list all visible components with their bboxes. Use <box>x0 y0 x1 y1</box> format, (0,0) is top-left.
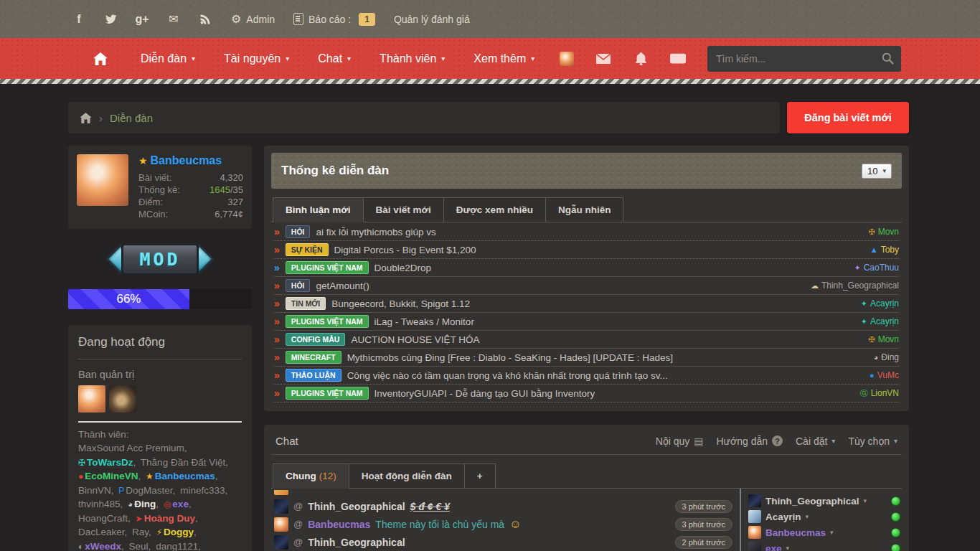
thread-title-link[interactable]: AUCTION HOUSE VIỆT HÓA <box>351 334 479 345</box>
member-name-link[interactable]: Đing <box>134 499 156 509</box>
chat-settings-link[interactable]: Cài đặt ▾ <box>796 435 835 447</box>
member-name-link[interactable]: EcoMineVN <box>85 471 138 481</box>
member-name-link[interactable]: DogMaster <box>126 485 172 496</box>
profile-avatar[interactable] <box>77 154 128 206</box>
list-item[interactable]: Thinh_Geographical ▾ <box>748 493 900 509</box>
message-username[interactable]: Thinh_Geographical <box>308 501 405 512</box>
search-input[interactable] <box>715 52 882 65</box>
thread-prefix-badge[interactable]: HỎI <box>286 279 311 293</box>
reviews-link[interactable]: Quản lý đánh giá <box>394 14 470 25</box>
thread-last-user[interactable]: ▲ Toby <box>870 245 899 255</box>
member-name-link[interactable]: ToWarsDz <box>87 457 133 468</box>
facebook-icon[interactable]: f <box>72 12 86 27</box>
per-page-select[interactable]: 10 ▾ <box>862 164 892 179</box>
tab[interactable]: Được xem nhiều <box>444 197 546 222</box>
reports-link[interactable]: Báo cáo : 1 <box>293 13 375 26</box>
thread-prefix-badge[interactable]: TIN MỚI <box>286 297 326 311</box>
thread-prefix-badge[interactable]: PLUGINS VIỆT NAM <box>286 261 369 275</box>
member-name-link[interactable]: xWeedx <box>85 541 121 551</box>
search-button[interactable] <box>882 52 894 65</box>
twitter-icon[interactable] <box>103 12 118 27</box>
member-name-link[interactable]: dang1121 <box>156 541 198 551</box>
chevron-down-icon[interactable]: ▾ <box>786 545 790 551</box>
rss-icon[interactable] <box>198 12 212 27</box>
email-icon[interactable]: ✉ <box>166 12 181 27</box>
thread-title-link[interactable]: InventoryGUIAPI - Dễ dàng tạo GUI bằng I… <box>374 388 595 399</box>
thread-prefix-badge[interactable]: HỎI <box>286 225 311 239</box>
staff-avatar[interactable] <box>78 385 105 413</box>
nav-menu-item[interactable]: Xem thêm ▾ <box>462 45 546 72</box>
chevron-down-icon[interactable]: ▾ <box>864 497 867 504</box>
thread-prefix-badge[interactable]: PLUGINS VIỆT NAM <box>286 387 369 400</box>
thread-last-user[interactable]: ✠ Movn <box>868 227 899 237</box>
thread-title-link[interactable]: ai fix lỗi mythicmobs giúp vs <box>316 227 435 237</box>
thread-last-user[interactable]: ✦ Acayrịn <box>861 298 899 309</box>
chevron-down-icon[interactable]: ▾ <box>806 513 809 520</box>
member-name-link[interactable]: Thằng Đần Đất Việt <box>141 457 225 468</box>
tab[interactable]: + <box>465 463 496 488</box>
member-name-link[interactable]: BinnVN <box>78 485 111 496</box>
message-username[interactable]: Thinh_Geographical <box>308 537 405 548</box>
thread-last-user[interactable]: Ⓖ LionVN <box>860 388 899 399</box>
breadcrumb-home-icon[interactable] <box>80 113 92 123</box>
member-name-link[interactable]: DacLeaker <box>78 527 125 537</box>
member-name-link[interactable]: Seul <box>129 541 149 551</box>
member-name-link[interactable]: MaxSound Acc Premium <box>78 443 184 453</box>
user-avatar[interactable] <box>560 52 574 66</box>
thread-title-link[interactable]: Mythicmobs cùng Đing [Free : Diablo - Se… <box>347 352 673 363</box>
thread-last-user[interactable]: ◕ Đing <box>874 352 899 362</box>
new-post-button[interactable]: Đăng bài viết mới <box>787 102 909 133</box>
google-plus-icon[interactable]: g+ <box>135 12 149 27</box>
thread-title-link[interactable]: getAmount() <box>316 281 369 291</box>
staff-avatar[interactable] <box>109 385 136 413</box>
thread-prefix-badge[interactable]: SỰ KIỆN <box>286 243 329 257</box>
tab[interactable]: Bình luận mới <box>273 197 364 222</box>
tab[interactable]: Ngẫu nhiên <box>546 197 624 222</box>
thread-prefix-badge[interactable]: PLUGINS VIỆT NAM <box>286 315 369 329</box>
thread-title-link[interactable]: Digital Porcus - Big Event $1,200 <box>334 245 476 255</box>
thread-prefix-badge[interactable]: THẢO LUẬN <box>286 369 341 382</box>
thread-last-user[interactable]: ✠ Movn <box>868 334 899 344</box>
message-username[interactable]: Banbeucmas <box>308 519 370 530</box>
admin-link[interactable]: ⚙ Admin <box>231 12 275 26</box>
nav-menu-item[interactable]: Thành viên ▾ <box>368 45 456 72</box>
money-icon[interactable]: 0 <box>670 51 686 67</box>
nav-menu-item[interactable]: Chat ▾ <box>306 45 362 72</box>
chat-options-link[interactable]: Tùy chọn ▾ <box>848 435 897 447</box>
chevron-down-icon[interactable]: ▾ <box>830 529 834 536</box>
member-name-link[interactable]: exe <box>172 499 189 509</box>
member-name-link[interactable]: thvinh485 <box>78 499 121 509</box>
thread-title-link[interactable]: Double2Drop <box>374 263 432 273</box>
list-item[interactable]: exe ▾ <box>748 540 900 551</box>
member-name-link[interactable]: HoangCraft <box>78 513 128 524</box>
thread-title-link[interactable]: Bungeecord, Bukkit, Spigot 1.12 <box>331 298 470 309</box>
list-item[interactable]: Banbeucmas ▾ <box>748 524 900 540</box>
thread-title-link[interactable]: Công việc nào có tầm quan trọng và khó k… <box>347 370 668 381</box>
member-name-link[interactable]: minefc333 <box>180 485 225 496</box>
thread-last-user[interactable]: ● VuMc <box>870 370 899 380</box>
thread-prefix-badge[interactable]: CONFIG MẪU <box>286 333 346 347</box>
bell-icon[interactable] <box>633 51 649 67</box>
home-nav-button[interactable] <box>85 44 116 73</box>
member-name-link[interactable]: Ray <box>132 527 149 537</box>
member-name-link[interactable]: Doggy <box>164 527 194 537</box>
thread-title-link[interactable]: iLag - Tweaks / Monitor <box>374 316 474 327</box>
chat-rules-link[interactable]: Nội quy ▤ <box>656 435 704 447</box>
profile-username[interactable]: ★ Banbeucmas <box>138 154 243 167</box>
tab[interactable]: Hoạt động diễn đàn <box>349 463 465 488</box>
nav-menu-item[interactable]: Tài nguyên ▾ <box>212 45 301 72</box>
thread-prefix-badge[interactable]: MINECRAFT <box>286 351 341 364</box>
messages-icon[interactable] <box>595 51 611 67</box>
list-item[interactable]: Acayrịn ▾ <box>748 509 900 524</box>
thread-last-user[interactable]: ✦ CaoThuu <box>854 263 899 273</box>
member-name-link[interactable]: Hoàng Duy <box>144 513 195 524</box>
chat-guide-link[interactable]: Hướng dẫn ? <box>717 435 783 447</box>
tab[interactable]: Bài viết mới <box>364 197 444 222</box>
thread-last-user[interactable]: ☁ Thinh_Geographical <box>811 281 899 291</box>
stat-value: 4,320 <box>220 171 243 184</box>
thread-last-user[interactable]: ✦ Acayrịn <box>861 316 899 326</box>
table-row: » THẢO LUẬN Công việc nào có tầm quan tr… <box>274 367 899 385</box>
tab[interactable]: Chung(12) <box>273 463 349 489</box>
member-name-link[interactable]: Banbeucmas <box>155 471 215 481</box>
nav-menu-item[interactable]: Diễn đàn ▾ <box>129 45 207 72</box>
